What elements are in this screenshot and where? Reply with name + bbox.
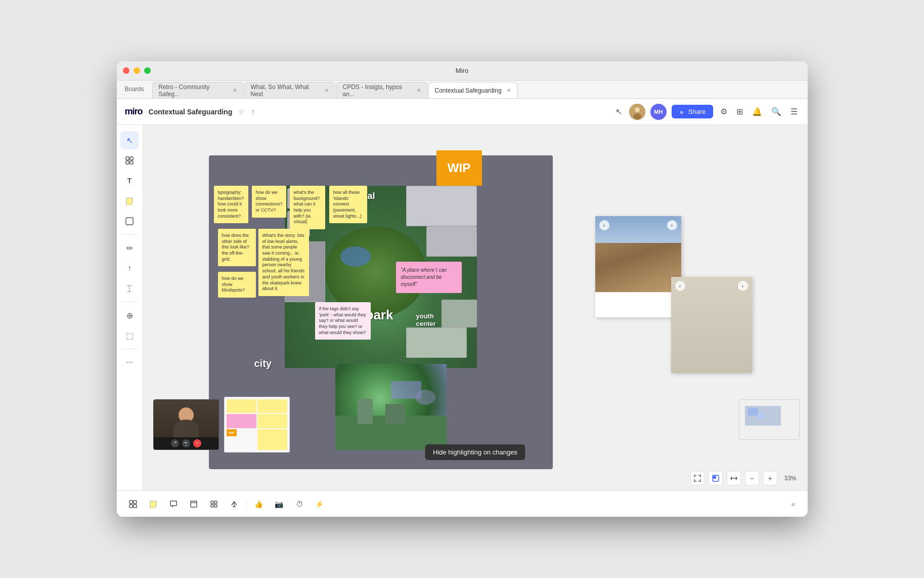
tab-contextual[interactable]: Contextual Safeguarding ✕ [428, 82, 517, 98]
board-thumbnail: WIP [224, 397, 290, 452]
share-button[interactable]: ⊕ Share [672, 105, 713, 118]
zoom-level[interactable]: 33% [781, 475, 800, 482]
avatar-user2[interactable]: MH [650, 104, 667, 120]
traffic-lights [123, 67, 151, 74]
main-area: ↖ T ✏ ↑ [117, 125, 808, 490]
fit-width-button[interactable] [727, 471, 741, 485]
left-sidebar: ↖ T ✏ ↑ [117, 125, 143, 490]
svg-rect-21 [214, 505, 217, 507]
connector-tool[interactable]: ⌶ [120, 279, 139, 298]
app-window: Miro Boards Retro - Community Safeg... ✕… [117, 61, 808, 517]
tab-what-close[interactable]: ✕ [325, 88, 329, 93]
svg-rect-13 [134, 501, 137, 504]
sticky-bottom-tool[interactable] [145, 496, 161, 512]
sidebar-divider-2 [121, 302, 138, 302]
svg-rect-16 [191, 501, 197, 507]
sign1-next[interactable]: › [667, 220, 677, 230]
grid-bottom-tool[interactable] [125, 496, 141, 512]
cursor-mode-icon[interactable]: ↖ [613, 105, 624, 118]
export-icon[interactable]: ↑ [251, 107, 255, 116]
video-bottom-tool[interactable]: 📷 [271, 496, 287, 512]
minimize-button[interactable] [134, 67, 140, 74]
pen-tool[interactable]: ✏ [120, 239, 139, 257]
tab-cpds-close[interactable]: ✕ [417, 88, 421, 93]
cam-button[interactable]: 📷 [182, 439, 190, 447]
thumbsup-bottom-tool[interactable]: 👍 [251, 496, 267, 512]
search-icon[interactable]: 🔍 [769, 105, 783, 118]
svg-rect-20 [211, 505, 213, 507]
sticky-story[interactable]: What's the story: lots of low level aler… [258, 229, 309, 296]
apps-bottom-tool[interactable] [206, 496, 222, 512]
svg-rect-7 [126, 161, 129, 164]
more-tools[interactable]: ··· [120, 353, 139, 371]
sign2-next[interactable]: › [738, 281, 748, 291]
grid-tool[interactable] [120, 151, 139, 170]
upload-bottom-tool[interactable] [226, 496, 242, 512]
tab-retro-label: Retro - Community Safeg... [159, 84, 228, 98]
tab-cpds-label: CPDS - Insigts, hypos an... [343, 84, 412, 98]
avatar-user1[interactable] [629, 104, 645, 120]
zoom-in-button[interactable]: + [763, 471, 777, 485]
shapes-tool[interactable] [120, 212, 139, 230]
youth-center-label: youthcenter [416, 312, 436, 327]
tab-contextual-close[interactable]: ✕ [507, 88, 511, 93]
quote-sticky[interactable]: "A place where I can disconnect and be m… [396, 262, 462, 293]
minimap-button[interactable] [709, 471, 723, 485]
collapse-arrow[interactable]: « [791, 500, 796, 508]
canvas[interactable]: WIP hospital park city school youthcente… [143, 125, 808, 490]
minimap-content [739, 400, 799, 439]
sign1-prev[interactable]: ‹ [599, 220, 609, 230]
zoom-out-button[interactable]: − [745, 471, 759, 485]
crop-tool[interactable]: ⊕ [120, 306, 139, 324]
tab-retro[interactable]: Retro - Community Safeg... ✕ [152, 82, 243, 98]
sign-card-affirmation: ✕ I AM GOING TO RECEIVE EVERYTHING I DES… [595, 216, 681, 317]
svg-rect-15 [134, 505, 137, 508]
title-bar: Miro [117, 61, 808, 80]
toast-notification: Hide highlighting on changes [425, 444, 525, 460]
sticky-islands[interactable]: how all these 'islands' connect (pavemen… [329, 186, 367, 223]
panel-icon[interactable]: ☰ [788, 105, 800, 118]
minimap[interactable] [739, 399, 800, 440]
frame-sidebar-tool[interactable]: ⬚ [120, 326, 139, 345]
svg-rect-18 [211, 501, 213, 504]
sticky-tags[interactable]: if the tags didn't say 'park' - what wou… [315, 302, 371, 340]
sign2-image: THANK YOU FOR LOVING ME WHEN I DIDN'T FE… [671, 277, 752, 373]
sticky-blindspots[interactable]: how do we show blindspots? [218, 272, 256, 298]
sticky-background[interactable]: what's the background? what can it help … [290, 186, 325, 229]
fit-view-button[interactable] [690, 471, 705, 485]
select-tool[interactable]: ↖ [120, 131, 139, 149]
text-tool[interactable]: T [120, 172, 139, 190]
timer-toolbar-icon[interactable]: ⊞ [734, 105, 745, 118]
favorite-icon[interactable]: ☆ [238, 108, 245, 116]
sign2-prev[interactable]: ‹ [675, 281, 685, 291]
sidebar-divider-1 [121, 234, 138, 235]
mic-button[interactable]: 🎤 [171, 439, 179, 447]
sticky-tool[interactable] [120, 192, 139, 210]
sticky-otherside[interactable]: how does the other side of this look lik… [218, 229, 256, 266]
svg-rect-11 [714, 476, 716, 478]
frame-bottom-tool[interactable] [186, 496, 202, 512]
settings-icon[interactable]: ⚙ [718, 105, 729, 118]
svg-rect-8 [130, 161, 133, 164]
close-button[interactable] [123, 67, 129, 74]
tab-what[interactable]: What, So What, What Next ✕ [244, 82, 335, 98]
app-toolbar: miro Contextual Safeguarding ☆ ↑ ↖ MH ⊕ … [117, 99, 808, 125]
tab-retro-close[interactable]: ✕ [233, 88, 237, 93]
tab-cpds[interactable]: CPDS - Insigts, hypos an... ✕ [336, 82, 427, 98]
tab-what-label: What, So What, What Next [251, 84, 320, 98]
lightning-bottom-tool[interactable]: ⚡ [312, 496, 328, 512]
maximize-button[interactable] [144, 67, 151, 74]
end-call-button[interactable]: ✕ [193, 439, 201, 447]
boards-nav[interactable]: Boards [117, 80, 152, 98]
video-call-controls: 🎤 📷 ✕ [154, 437, 218, 450]
sticky-typography[interactable]: typography: handwritten? how could it lo… [214, 186, 248, 223]
arrow-tool[interactable]: ↑ [120, 259, 139, 277]
timer-bottom-tool[interactable]: ⏱ [291, 496, 307, 512]
sticky-connections[interactable]: how do we show connections? or CCTV? [252, 186, 286, 218]
svg-rect-12 [129, 501, 133, 504]
svg-rect-14 [129, 505, 133, 508]
notification-icon[interactable]: 🔔 [750, 105, 764, 118]
zoom-controls: − + 33% [690, 471, 800, 485]
svg-point-2 [633, 113, 641, 119]
comment-bottom-tool[interactable] [165, 496, 182, 512]
